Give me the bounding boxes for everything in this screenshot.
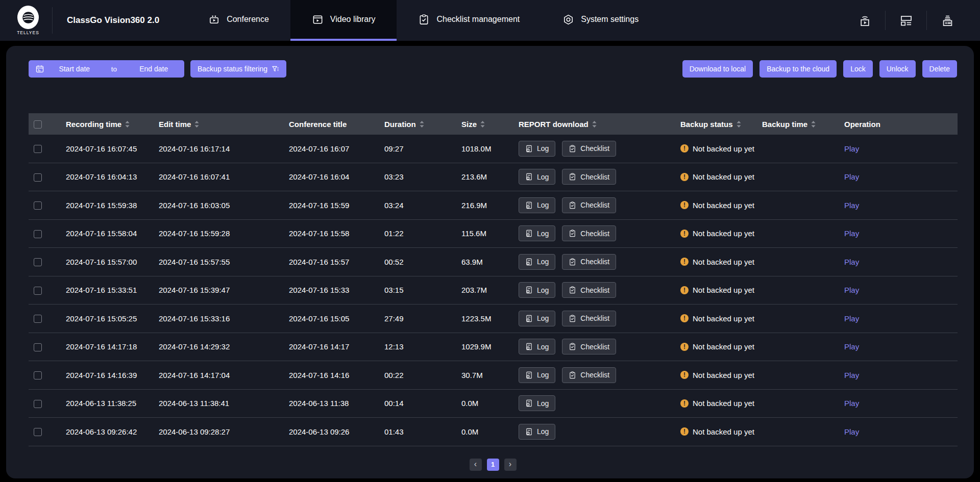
cell-report-download: Log Checklist bbox=[512, 305, 674, 333]
log-button[interactable]: Log bbox=[519, 141, 555, 157]
log-button[interactable]: Log bbox=[519, 282, 555, 298]
cell-operation: Play bbox=[838, 333, 958, 361]
backup-status-text: Not backed up yet bbox=[693, 258, 754, 266]
sort-icon[interactable] bbox=[811, 121, 816, 128]
cell-size: 0.0M bbox=[455, 418, 512, 446]
prev-page-button[interactable]: ‹ bbox=[470, 459, 482, 471]
checklist-button[interactable]: Checklist bbox=[562, 339, 616, 354]
backup-status-text: Not backed up yet bbox=[693, 342, 754, 351]
log-button[interactable]: Log bbox=[519, 395, 555, 411]
play-link[interactable]: Play bbox=[844, 427, 859, 436]
log-button[interactable]: Log bbox=[519, 339, 555, 354]
sort-icon[interactable] bbox=[737, 121, 741, 128]
download-to-local-button[interactable]: Download to local bbox=[682, 60, 753, 78]
sort-icon[interactable] bbox=[125, 121, 130, 128]
delete-button[interactable]: Delete bbox=[922, 60, 957, 78]
checklist-button-label: Checklist bbox=[580, 144, 609, 153]
sort-icon[interactable] bbox=[592, 121, 597, 128]
sort-icon[interactable] bbox=[420, 121, 424, 128]
play-link[interactable]: Play bbox=[844, 342, 859, 351]
log-button[interactable]: Log bbox=[519, 169, 555, 185]
play-link[interactable]: Play bbox=[844, 371, 859, 379]
row-checkbox[interactable] bbox=[34, 400, 42, 408]
play-link[interactable]: Play bbox=[844, 314, 859, 323]
row-checkbox[interactable] bbox=[34, 201, 42, 210]
warning-icon: ! bbox=[680, 173, 689, 181]
select-all-checkbox[interactable] bbox=[34, 120, 42, 129]
table-row: 2024-06-13 09:26:42 2024-06-13 09:28:27 … bbox=[29, 418, 958, 446]
row-checkbox[interactable] bbox=[34, 258, 42, 266]
play-link[interactable]: Play bbox=[844, 258, 859, 266]
row-checkbox[interactable] bbox=[34, 315, 42, 323]
sort-icon[interactable] bbox=[480, 121, 485, 128]
tab-system-settings[interactable]: System settings bbox=[541, 0, 660, 41]
storage-icon bbox=[941, 14, 954, 28]
tab-video-library[interactable]: Video library bbox=[290, 0, 397, 41]
lock-button[interactable]: Lock bbox=[843, 60, 873, 78]
backup-to-cloud-button[interactable]: Backup to the cloud bbox=[760, 60, 837, 78]
sort-icon[interactable] bbox=[194, 121, 199, 128]
tab-conference[interactable]: Conference bbox=[187, 0, 290, 41]
log-button-label: Log bbox=[537, 314, 549, 322]
cell-backup-time bbox=[756, 191, 838, 220]
backup-status-filter-button[interactable]: Backup status filtering bbox=[190, 60, 286, 78]
row-checkbox[interactable] bbox=[34, 287, 42, 295]
cell-recording-time: 2024-07-16 16:04:13 bbox=[60, 163, 153, 191]
checklist-button[interactable]: Checklist bbox=[562, 254, 616, 270]
play-link[interactable]: Play bbox=[844, 172, 859, 181]
checklist-button[interactable]: Checklist bbox=[562, 311, 616, 326]
log-file-icon bbox=[525, 230, 533, 237]
storage-button[interactable] bbox=[927, 14, 968, 28]
play-link[interactable]: Play bbox=[844, 399, 859, 408]
cell-backup-status: ! Not backed up yet bbox=[674, 163, 756, 191]
next-page-button[interactable]: › bbox=[504, 459, 517, 471]
log-button[interactable]: Log bbox=[519, 311, 555, 326]
log-file-icon bbox=[525, 399, 533, 407]
log-button[interactable]: Log bbox=[519, 367, 555, 383]
cell-backup-status: ! Not backed up yet bbox=[674, 135, 756, 163]
checklist-button[interactable]: Checklist bbox=[562, 282, 616, 298]
video-table: Recording time Edit time Conference titl… bbox=[29, 113, 958, 446]
checklist-button[interactable]: Checklist bbox=[562, 141, 616, 157]
row-checkbox[interactable] bbox=[34, 173, 42, 182]
end-date-placeholder[interactable]: End date bbox=[124, 65, 185, 73]
log-button[interactable]: Log bbox=[519, 424, 555, 440]
checklist-button[interactable]: Checklist bbox=[562, 169, 616, 185]
checklist-button[interactable]: Checklist bbox=[562, 367, 616, 383]
warning-icon: ! bbox=[680, 427, 689, 436]
row-checkbox[interactable] bbox=[34, 145, 42, 153]
cell-edit-time: 2024-07-16 15:39:47 bbox=[153, 276, 283, 305]
calendar-icon bbox=[36, 65, 44, 73]
log-file-icon bbox=[525, 286, 533, 294]
cell-operation: Play bbox=[838, 163, 958, 191]
cell-duration: 12:13 bbox=[378, 333, 455, 361]
table-row: 2024-07-16 14:17:18 2024-07-16 14:29:32 … bbox=[29, 333, 958, 361]
log-button[interactable]: Log bbox=[519, 197, 555, 213]
backup-status-text: Not backed up yet bbox=[693, 371, 754, 379]
row-checkbox[interactable] bbox=[34, 343, 42, 351]
date-range-picker[interactable]: Start date to End date bbox=[29, 60, 184, 78]
cast-button[interactable] bbox=[844, 14, 885, 28]
log-button[interactable]: Log bbox=[519, 254, 555, 270]
cell-operation: Play bbox=[838, 389, 958, 418]
play-link[interactable]: Play bbox=[844, 229, 859, 238]
unlock-button[interactable]: Unlock bbox=[879, 60, 916, 78]
row-checkbox[interactable] bbox=[34, 371, 42, 379]
row-checkbox[interactable] bbox=[34, 230, 42, 238]
cell-edit-time: 2024-07-16 15:57:55 bbox=[153, 248, 283, 276]
cell-edit-time: 2024-07-16 16:17:14 bbox=[153, 135, 283, 163]
current-page-button[interactable]: 1 bbox=[487, 459, 499, 471]
play-link[interactable]: Play bbox=[844, 286, 859, 294]
layout-button[interactable] bbox=[886, 14, 926, 28]
cell-operation: Play bbox=[838, 276, 958, 305]
play-link[interactable]: Play bbox=[844, 201, 859, 210]
log-button-label: Log bbox=[537, 173, 549, 181]
row-checkbox[interactable] bbox=[34, 428, 42, 436]
checklist-button[interactable]: Checklist bbox=[562, 225, 616, 241]
start-date-placeholder[interactable]: Start date bbox=[44, 65, 105, 73]
checklist-button[interactable]: Checklist bbox=[562, 197, 616, 213]
clipboard-check-icon bbox=[418, 14, 430, 26]
log-button[interactable]: Log bbox=[519, 225, 555, 241]
play-link[interactable]: Play bbox=[844, 144, 859, 153]
tab-checklist-management[interactable]: Checklist management bbox=[397, 0, 541, 41]
